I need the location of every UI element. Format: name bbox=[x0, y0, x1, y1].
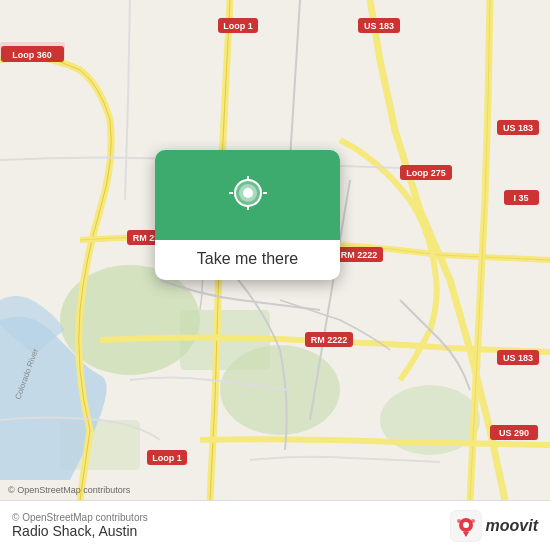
take-me-there-label: Take me there bbox=[197, 250, 298, 267]
popup-content: Take me there bbox=[155, 240, 340, 280]
svg-point-35 bbox=[243, 188, 253, 198]
navigation-popup[interactable]: Take me there bbox=[155, 150, 340, 280]
location-info: © OpenStreetMap contributors Radio Shack… bbox=[12, 512, 148, 539]
svg-text:I 35: I 35 bbox=[513, 193, 528, 203]
moovit-text: moovit bbox=[486, 517, 538, 535]
svg-point-46 bbox=[471, 519, 475, 523]
svg-text:Loop 360: Loop 360 bbox=[12, 50, 52, 60]
svg-text:RM 2222: RM 2222 bbox=[341, 250, 378, 260]
svg-point-43 bbox=[463, 522, 469, 528]
location-pin-icon bbox=[228, 175, 268, 215]
svg-text:© OpenStreetMap contributors: © OpenStreetMap contributors bbox=[8, 485, 131, 495]
svg-text:Loop 1: Loop 1 bbox=[152, 453, 182, 463]
svg-text:US 290: US 290 bbox=[499, 428, 529, 438]
svg-text:Loop 275: Loop 275 bbox=[406, 168, 446, 178]
location-name: Radio Shack, Austin bbox=[12, 523, 148, 539]
svg-text:Loop 1: Loop 1 bbox=[223, 21, 253, 31]
moovit-icon bbox=[450, 510, 482, 542]
svg-point-45 bbox=[457, 519, 461, 523]
map-attribution: © OpenStreetMap contributors bbox=[12, 512, 148, 523]
popup-header bbox=[155, 150, 340, 240]
svg-text:US 183: US 183 bbox=[503, 123, 533, 133]
svg-text:RM 2222: RM 2222 bbox=[311, 335, 348, 345]
svg-text:US 183: US 183 bbox=[503, 353, 533, 363]
svg-text:US 183: US 183 bbox=[364, 21, 394, 31]
map-view: Loop 360 Loop 1 US 183 Loop 275 US 183 I… bbox=[0, 0, 550, 500]
bottom-bar: © OpenStreetMap contributors Radio Shack… bbox=[0, 500, 550, 550]
moovit-logo: moovit bbox=[450, 510, 538, 542]
